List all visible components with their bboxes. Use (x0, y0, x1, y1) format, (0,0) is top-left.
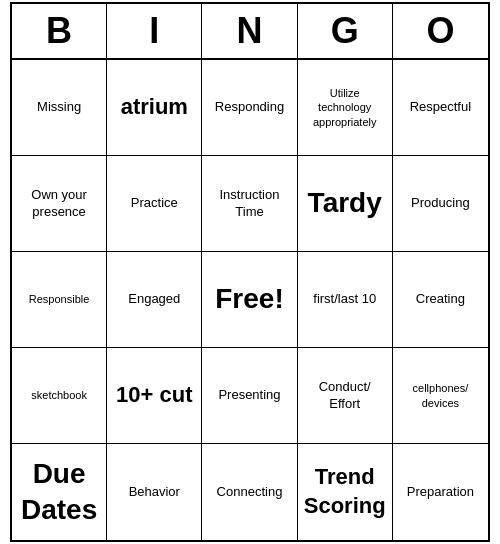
cell-text-11: Engaged (128, 291, 180, 308)
bingo-cell-17: Presenting (202, 348, 297, 444)
bingo-header: BINGO (12, 4, 488, 60)
cell-text-2: Responding (215, 99, 284, 116)
bingo-cell-8: Tardy (298, 156, 393, 252)
header-letter-B: B (12, 4, 107, 58)
cell-text-14: Creating (416, 291, 465, 308)
bingo-cell-6: Practice (107, 156, 202, 252)
bingo-cell-14: Creating (393, 252, 488, 348)
bingo-cell-15: sketchbook (12, 348, 107, 444)
bingo-cell-7: Instruction Time (202, 156, 297, 252)
bingo-cell-12: Free! (202, 252, 297, 348)
cell-text-10: Responsible (29, 292, 90, 306)
cell-text-15: sketchbook (31, 388, 87, 402)
cell-text-9: Producing (411, 195, 470, 212)
bingo-cell-19: cellphones/ devices (393, 348, 488, 444)
bingo-cell-21: Behavior (107, 444, 202, 540)
cell-text-6: Practice (131, 195, 178, 212)
cell-text-16: 10+ cut (116, 381, 192, 410)
bingo-cell-5: Own your presence (12, 156, 107, 252)
cell-text-17: Presenting (218, 387, 280, 404)
bingo-cell-2: Responding (202, 60, 297, 156)
bingo-cell-24: Preparation (393, 444, 488, 540)
bingo-cell-20: Due Dates (12, 444, 107, 540)
cell-text-3: Utilize technology appropriately (304, 86, 386, 129)
cell-text-1: atrium (121, 93, 188, 122)
bingo-cell-13: first/last 10 (298, 252, 393, 348)
cell-text-0: Missing (37, 99, 81, 116)
cell-text-18: Conduct/ Effort (304, 379, 386, 413)
cell-text-19: cellphones/ devices (399, 381, 482, 410)
bingo-cell-3: Utilize technology appropriately (298, 60, 393, 156)
cell-text-20: Due Dates (18, 456, 100, 529)
cell-text-8: Tardy (308, 185, 382, 221)
cell-text-12: Free! (215, 281, 283, 317)
cell-text-7: Instruction Time (208, 187, 290, 221)
cell-text-21: Behavior (129, 484, 180, 501)
bingo-cell-0: Missing (12, 60, 107, 156)
header-letter-N: N (202, 4, 297, 58)
cell-text-13: first/last 10 (313, 291, 376, 308)
header-letter-I: I (107, 4, 202, 58)
bingo-card: BINGO MissingatriumRespondingUtilize tec… (10, 2, 490, 542)
cell-text-4: Respectful (410, 99, 471, 116)
bingo-cell-16: 10+ cut (107, 348, 202, 444)
bingo-cell-18: Conduct/ Effort (298, 348, 393, 444)
bingo-cell-1: atrium (107, 60, 202, 156)
cell-text-23: Trend Scoring (304, 463, 386, 520)
cell-text-24: Preparation (407, 484, 474, 501)
bingo-cell-10: Responsible (12, 252, 107, 348)
header-letter-O: O (393, 4, 488, 58)
cell-text-22: Connecting (217, 484, 283, 501)
bingo-cell-11: Engaged (107, 252, 202, 348)
bingo-cell-22: Connecting (202, 444, 297, 540)
bingo-cell-23: Trend Scoring (298, 444, 393, 540)
bingo-grid: MissingatriumRespondingUtilize technolog… (12, 60, 488, 540)
header-letter-G: G (298, 4, 393, 58)
cell-text-5: Own your presence (18, 187, 100, 221)
bingo-cell-9: Producing (393, 156, 488, 252)
bingo-cell-4: Respectful (393, 60, 488, 156)
